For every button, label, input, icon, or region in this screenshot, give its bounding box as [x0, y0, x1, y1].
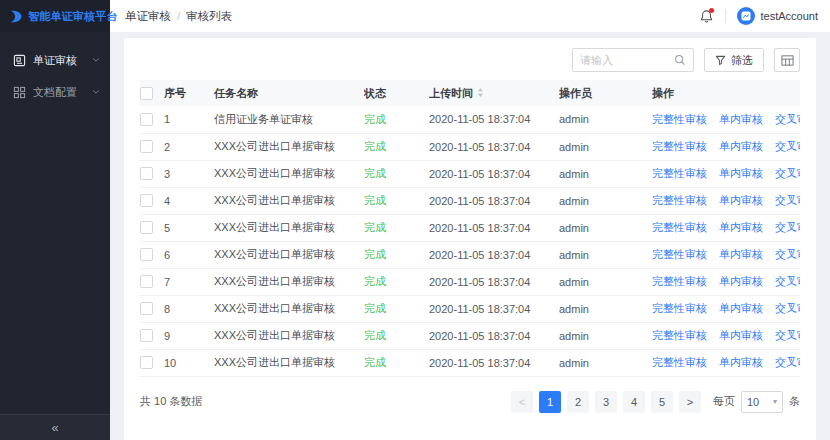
content-area: 筛选	[110, 32, 830, 440]
sidebar-item-document-review[interactable]: 单证审核	[0, 44, 110, 76]
cell-task-name: XXX公司进出口单据审核	[214, 214, 364, 241]
cell-index: 7	[164, 268, 214, 295]
sidebar-item-document-config[interactable]: 文档配置	[0, 76, 110, 108]
sidebar: 智能单证审核平台 单证审核 文档配置	[0, 0, 110, 440]
action-link[interactable]: 单内审核	[719, 221, 763, 233]
action-link[interactable]: 单内审核	[719, 275, 763, 287]
page-button[interactable]: 2	[567, 391, 589, 413]
sort-icon[interactable]	[477, 87, 484, 98]
action-link[interactable]: 完整性审核	[652, 356, 707, 368]
search-input[interactable]	[580, 54, 669, 66]
cell-upload-time: 2020-11-05 18:37:04	[429, 241, 559, 268]
cell-operator: admin	[559, 160, 652, 187]
action-link[interactable]: 交叉审核	[775, 167, 800, 179]
action-link[interactable]: 完整性审核	[652, 248, 707, 260]
filter-button[interactable]: 筛选	[704, 48, 764, 72]
page-button[interactable]: 3	[595, 391, 617, 413]
cell-upload-time: 2020-11-05 18:37:04	[429, 160, 559, 187]
action-link[interactable]: 交叉审核	[775, 140, 800, 152]
page-button[interactable]: 4	[623, 391, 645, 413]
action-link[interactable]: 交叉审核	[775, 221, 800, 233]
row-checkbox[interactable]	[140, 221, 153, 234]
search-icon[interactable]	[674, 54, 686, 66]
action-link[interactable]: 完整性审核	[652, 275, 707, 287]
action-link[interactable]: 交叉审核	[775, 248, 800, 260]
filter-button-label: 筛选	[731, 53, 753, 68]
action-link[interactable]: 完整性审核	[652, 329, 707, 341]
action-link[interactable]: 交叉审核	[775, 194, 800, 206]
action-link[interactable]: 单内审核	[719, 140, 763, 152]
user-menu[interactable]: testAccount	[737, 7, 818, 25]
page-button[interactable]: 1	[539, 391, 561, 413]
table-row: 2 XXX公司进出口单据审核 完成 2020-11-05 18:37:04 ad…	[140, 133, 800, 160]
action-link[interactable]: 单内审核	[719, 302, 763, 314]
action-link[interactable]: 完整性审核	[652, 302, 707, 314]
cell-task-name: XXX公司进出口单据审核	[214, 133, 364, 160]
action-link[interactable]: 交叉审核	[775, 356, 800, 368]
page-size-value: 10	[747, 396, 759, 408]
cell-status: 完成	[364, 187, 429, 214]
table-row: 7 XXX公司进出口单据审核 完成 2020-11-05 18:37:04 ad…	[140, 268, 800, 295]
cell-index: 10	[164, 349, 214, 376]
cell-task-name: XXX公司进出口单据审核	[214, 322, 364, 349]
cell-operator: admin	[559, 106, 652, 133]
column-header-upload-time[interactable]: 上传时间	[429, 80, 559, 106]
action-link[interactable]: 单内审核	[719, 329, 763, 341]
action-link[interactable]: 单内审核	[719, 167, 763, 179]
row-checkbox[interactable]	[140, 275, 153, 288]
pagination-next-button[interactable]: >	[679, 391, 701, 413]
cell-task-name: 信用证业务单证审核	[214, 106, 364, 133]
action-link[interactable]: 完整性审核	[652, 167, 707, 179]
action-links: 完整性审核单内审核交叉审核更多	[652, 160, 800, 187]
select-all-checkbox[interactable]	[140, 87, 153, 100]
cell-operator: admin	[559, 214, 652, 241]
cell-task-name: XXX公司进出口单据审核	[214, 187, 364, 214]
row-checkbox[interactable]	[140, 113, 153, 126]
action-link[interactable]: 交叉审核	[775, 113, 800, 125]
row-checkbox[interactable]	[140, 167, 153, 180]
cell-index: 5	[164, 214, 214, 241]
action-link[interactable]: 交叉审核	[775, 302, 800, 314]
row-checkbox[interactable]	[140, 302, 153, 315]
row-checkbox[interactable]	[140, 356, 153, 369]
row-checkbox[interactable]	[140, 140, 153, 153]
page-button[interactable]: 5	[651, 391, 673, 413]
action-link[interactable]: 单内审核	[719, 194, 763, 206]
cell-operator: admin	[559, 268, 652, 295]
table-body: 1 信用证业务单证审核 完成 2020-11-05 18:37:04 admin…	[140, 106, 800, 376]
action-link[interactable]: 完整性审核	[652, 194, 707, 206]
action-link[interactable]: 交叉审核	[775, 329, 800, 341]
notification-bell-icon[interactable]	[699, 9, 714, 24]
action-link[interactable]: 完整性审核	[652, 221, 707, 233]
column-header-index: 序号	[164, 80, 214, 106]
column-settings-button[interactable]	[774, 48, 800, 72]
action-link[interactable]: 完整性审核	[652, 140, 707, 152]
row-checkbox[interactable]	[140, 248, 153, 261]
sidebar-collapse-button[interactable]: «	[0, 414, 110, 440]
row-checkbox[interactable]	[140, 194, 153, 207]
table-row: 1 信用证业务单证审核 完成 2020-11-05 18:37:04 admin…	[140, 106, 800, 133]
app-title: 智能单证审核平台	[28, 9, 118, 24]
action-link[interactable]: 单内审核	[719, 113, 763, 125]
cell-upload-time: 2020-11-05 18:37:04	[429, 187, 559, 214]
action-link[interactable]: 单内审核	[719, 248, 763, 260]
breadcrumb-item[interactable]: 单证审核	[125, 9, 171, 24]
table-row: 8 XXX公司进出口单据审核 完成 2020-11-05 18:37:04 ad…	[140, 295, 800, 322]
logo-icon	[8, 9, 23, 24]
cell-operator: admin	[559, 133, 652, 160]
column-header-operator: 操作员	[559, 80, 652, 106]
cell-index: 9	[164, 322, 214, 349]
page-size-select[interactable]: 10 ▾	[741, 391, 783, 413]
cell-operator: admin	[559, 241, 652, 268]
action-link[interactable]: 完整性审核	[652, 113, 707, 125]
action-link[interactable]: 交叉审核	[775, 275, 800, 287]
collapse-icon: «	[51, 420, 58, 435]
grid-icon	[13, 86, 26, 99]
action-links: 完整性审核单内审核交叉审核更多	[652, 241, 800, 268]
pagination-prev-button[interactable]: <	[511, 391, 533, 413]
column-header-status: 状态	[364, 80, 429, 106]
row-checkbox[interactable]	[140, 329, 153, 342]
cell-operator: admin	[559, 295, 652, 322]
action-links: 完整性审核单内审核交叉审核更多	[652, 322, 800, 349]
action-link[interactable]: 单内审核	[719, 356, 763, 368]
